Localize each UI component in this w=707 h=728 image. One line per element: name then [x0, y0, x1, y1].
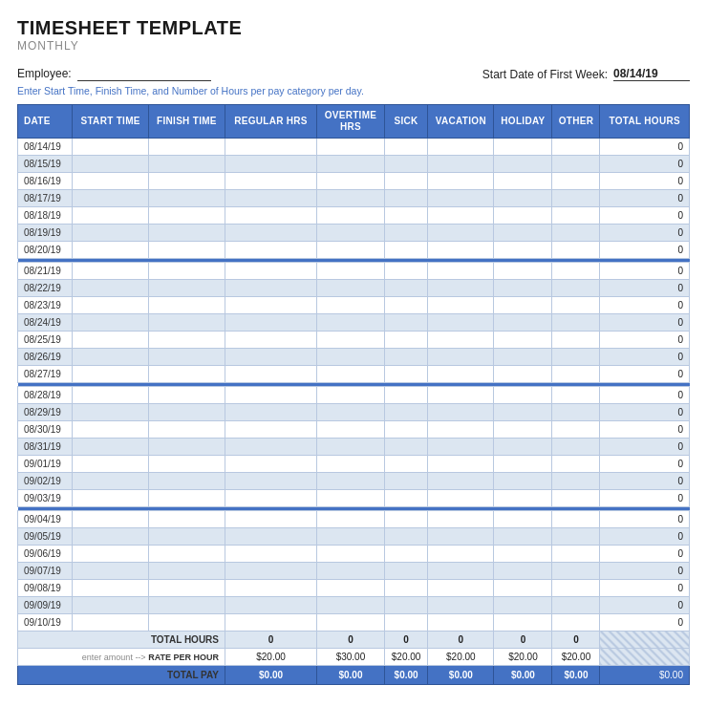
- cell-value[interactable]: [552, 297, 600, 314]
- cell-value[interactable]: [317, 297, 385, 314]
- cell-value[interactable]: [73, 563, 149, 580]
- cell-value[interactable]: [317, 580, 385, 597]
- cell-value[interactable]: [73, 139, 149, 156]
- cell-value[interactable]: [428, 139, 494, 156]
- cell-value[interactable]: [494, 314, 552, 332]
- start-date-value[interactable]: 08/14/19: [613, 67, 690, 81]
- footer-rate-value[interactable]: $20.00: [494, 649, 552, 666]
- cell-value[interactable]: [225, 314, 317, 332]
- table-row[interactable]: 08/16/190: [18, 173, 690, 190]
- cell-value[interactable]: [317, 173, 385, 190]
- cell-value[interactable]: [494, 242, 552, 259]
- table-row[interactable]: 08/26/190: [18, 349, 690, 366]
- cell-value[interactable]: [225, 349, 317, 366]
- table-row[interactable]: 09/07/190: [18, 563, 690, 580]
- cell-value[interactable]: [384, 511, 427, 528]
- cell-value[interactable]: [428, 207, 494, 225]
- cell-value[interactable]: [73, 263, 149, 280]
- cell-value[interactable]: [73, 332, 149, 349]
- cell-value[interactable]: [148, 207, 225, 225]
- cell-value[interactable]: [225, 528, 317, 546]
- cell-value[interactable]: [428, 156, 494, 173]
- cell-value[interactable]: [384, 225, 427, 242]
- cell-value[interactable]: [494, 297, 552, 314]
- cell-value[interactable]: [494, 404, 552, 421]
- footer-rate-value[interactable]: $20.00: [552, 649, 600, 666]
- cell-value[interactable]: [225, 473, 317, 490]
- table-row[interactable]: 08/15/190: [18, 156, 690, 173]
- cell-value[interactable]: [384, 580, 427, 597]
- cell-value[interactable]: [428, 421, 494, 439]
- cell-value[interactable]: [494, 280, 552, 297]
- cell-value[interactable]: [148, 563, 225, 580]
- table-row[interactable]: 09/10/190: [18, 614, 690, 632]
- cell-value[interactable]: [148, 314, 225, 332]
- cell-value[interactable]: [384, 563, 427, 580]
- cell-value[interactable]: [384, 387, 427, 404]
- cell-value[interactable]: [494, 456, 552, 473]
- cell-value[interactable]: [148, 280, 225, 297]
- cell-value[interactable]: [317, 366, 385, 383]
- cell-value[interactable]: [225, 490, 317, 507]
- cell-value[interactable]: [225, 242, 317, 259]
- cell-value[interactable]: [73, 439, 149, 456]
- cell-value[interactable]: [317, 156, 385, 173]
- cell-value[interactable]: [384, 139, 427, 156]
- cell-value[interactable]: [384, 332, 427, 349]
- cell-value[interactable]: [225, 439, 317, 456]
- table-row[interactable]: 08/23/190: [18, 297, 690, 314]
- table-row[interactable]: 08/24/190: [18, 314, 690, 332]
- cell-value[interactable]: [225, 366, 317, 383]
- cell-value[interactable]: [148, 473, 225, 490]
- cell-value[interactable]: [428, 280, 494, 297]
- cell-value[interactable]: [384, 366, 427, 383]
- cell-value[interactable]: [428, 297, 494, 314]
- cell-value[interactable]: [552, 511, 600, 528]
- table-row[interactable]: 08/27/190: [18, 366, 690, 383]
- table-row[interactable]: 08/29/190: [18, 404, 690, 421]
- cell-value[interactable]: [148, 439, 225, 456]
- cell-value[interactable]: [384, 190, 427, 207]
- cell-value[interactable]: [317, 332, 385, 349]
- cell-value[interactable]: [494, 614, 552, 632]
- table-row[interactable]: 08/20/190: [18, 242, 690, 259]
- cell-value[interactable]: [317, 242, 385, 259]
- table-row[interactable]: 09/01/190: [18, 456, 690, 473]
- cell-value[interactable]: [148, 263, 225, 280]
- cell-value[interactable]: [552, 473, 600, 490]
- cell-value[interactable]: [225, 139, 317, 156]
- cell-value[interactable]: [73, 349, 149, 366]
- cell-value[interactable]: [317, 225, 385, 242]
- footer-rate-value[interactable]: $20.00: [384, 649, 427, 666]
- cell-value[interactable]: [428, 404, 494, 421]
- cell-value[interactable]: [73, 225, 149, 242]
- cell-value[interactable]: [428, 314, 494, 332]
- cell-value[interactable]: [148, 528, 225, 546]
- cell-value[interactable]: [552, 563, 600, 580]
- cell-value[interactable]: [148, 156, 225, 173]
- cell-value[interactable]: [317, 563, 385, 580]
- cell-value[interactable]: [494, 563, 552, 580]
- cell-value[interactable]: [428, 490, 494, 507]
- cell-value[interactable]: [494, 173, 552, 190]
- cell-value[interactable]: [148, 421, 225, 439]
- table-row[interactable]: 08/28/190: [18, 387, 690, 404]
- cell-value[interactable]: [225, 173, 317, 190]
- cell-value[interactable]: [494, 528, 552, 546]
- cell-value[interactable]: [552, 387, 600, 404]
- cell-value[interactable]: [428, 563, 494, 580]
- cell-value[interactable]: [384, 456, 427, 473]
- cell-value[interactable]: [428, 263, 494, 280]
- cell-value[interactable]: [317, 190, 385, 207]
- cell-value[interactable]: [384, 473, 427, 490]
- cell-value[interactable]: [148, 580, 225, 597]
- cell-value[interactable]: [494, 490, 552, 507]
- cell-value[interactable]: [73, 580, 149, 597]
- cell-value[interactable]: [225, 456, 317, 473]
- cell-value[interactable]: [148, 173, 225, 190]
- cell-value[interactable]: [73, 546, 149, 563]
- cell-value[interactable]: [73, 366, 149, 383]
- cell-value[interactable]: [317, 597, 385, 614]
- cell-value[interactable]: [384, 242, 427, 259]
- cell-value[interactable]: [225, 297, 317, 314]
